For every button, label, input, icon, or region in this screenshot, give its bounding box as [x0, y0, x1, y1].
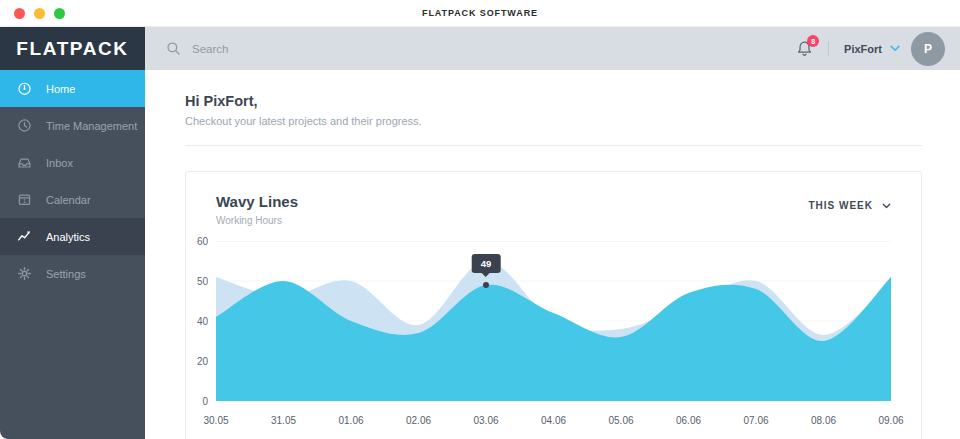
svg-text:1: 1: [23, 198, 26, 204]
search-input[interactable]: [192, 43, 796, 55]
close-window-button[interactable]: [14, 8, 25, 19]
x-axis-tick-label: 05.06: [608, 415, 633, 426]
sidebar-item-time-management[interactable]: Time Management: [0, 107, 145, 144]
inbox-icon: [17, 155, 33, 170]
sidebar-item-calendar[interactable]: 1Calendar: [0, 181, 145, 218]
brand-logo: FLATPACK: [0, 27, 145, 70]
chevron-down-icon: [882, 203, 891, 209]
calendar-icon: 1: [17, 192, 33, 207]
y-axis-tick-label: 20: [197, 356, 216, 367]
sidebar-item-label: Home: [46, 83, 75, 95]
sidebar-item-label: Inbox: [46, 157, 73, 169]
x-axis-tick-label: 01.06: [338, 415, 363, 426]
card-subtitle: Working Hours: [216, 215, 298, 226]
chart-tooltip: 49: [472, 254, 501, 273]
chart-area: 49 020405060 30.0531.0501.0602.0603.0604…: [216, 241, 891, 437]
window-title: FLATPACK SOFTWARE: [422, 8, 538, 18]
x-axis-tick-label: 09.06: [878, 415, 903, 426]
analytics-icon: [17, 229, 33, 244]
chevron-down-icon: [890, 45, 900, 52]
notifications-button[interactable]: 8: [796, 40, 813, 57]
sidebar-item-label: Settings: [46, 268, 86, 280]
card-title: Wavy Lines: [216, 193, 298, 210]
user-name: PixFort: [844, 43, 882, 55]
x-axis-tick-label: 30.05: [203, 415, 228, 426]
y-axis-tick-label: 40: [197, 316, 216, 327]
sidebar: HomeTime ManagementInbox1CalendarAnalyti…: [0, 70, 145, 439]
x-axis-tick-label: 03.06: [473, 415, 498, 426]
search-bar: 8 PixFort P: [145, 27, 960, 70]
x-axis-tick-label: 31.05: [271, 415, 296, 426]
sidebar-item-label: Analytics: [46, 231, 90, 243]
sidebar-item-label: Time Management: [46, 120, 137, 132]
sidebar-item-analytics[interactable]: Analytics: [0, 218, 145, 255]
header-divider: [828, 41, 829, 56]
user-menu[interactable]: PixFort: [844, 43, 900, 55]
tooltip-marker: [483, 282, 489, 288]
notification-badge: 8: [807, 35, 819, 47]
x-axis-tick-label: 07.06: [743, 415, 768, 426]
zoom-window-button[interactable]: [54, 8, 65, 19]
x-axis-tick-label: 02.06: [406, 415, 431, 426]
range-selector-label: THIS WEEK: [808, 200, 873, 211]
greeting-title: Hi PixFort,: [185, 93, 922, 109]
area-chart: [216, 241, 891, 401]
gear-icon: [17, 266, 33, 281]
sidebar-item-settings[interactable]: Settings: [0, 255, 145, 292]
search-icon: [166, 41, 181, 56]
gauge-icon: [17, 81, 33, 96]
greeting-subtitle: Checkout your latest projects and their …: [185, 115, 922, 127]
sidebar-item-inbox[interactable]: Inbox: [0, 144, 145, 181]
content-divider: [185, 145, 922, 146]
chart-x-axis: 30.0531.0501.0602.0603.0604.0605.0606.06…: [216, 411, 891, 437]
range-selector-dropdown[interactable]: THIS WEEK: [808, 200, 891, 211]
chart-plot: 49 020405060: [216, 241, 891, 401]
window-controls: [14, 8, 65, 19]
titlebar: FLATPACK SOFTWARE: [0, 0, 960, 27]
x-axis-tick-label: 06.06: [676, 415, 701, 426]
y-axis-tick-label: 60: [197, 236, 216, 247]
x-axis-tick-label: 08.06: [811, 415, 836, 426]
app-window: FLATPACK SOFTWARE FLATPACK 8 PixFort P: [0, 0, 960, 439]
sidebar-item-home[interactable]: Home: [0, 70, 145, 107]
minimize-window-button[interactable]: [34, 8, 45, 19]
x-axis-tick-label: 04.06: [541, 415, 566, 426]
y-axis-tick-label: 50: [197, 276, 216, 287]
wavy-lines-card: Wavy Lines Working Hours THIS WEEK: [185, 171, 922, 439]
avatar[interactable]: P: [911, 32, 945, 66]
app-header: FLATPACK 8 PixFort P: [0, 27, 960, 70]
main-content: Hi PixFort, Checkout your latest project…: [145, 70, 960, 439]
card-header: Wavy Lines Working Hours THIS WEEK: [216, 172, 891, 226]
y-axis-tick-label: 0: [202, 396, 216, 407]
clock-icon: [17, 118, 33, 133]
sidebar-item-label: Calendar: [46, 194, 91, 206]
